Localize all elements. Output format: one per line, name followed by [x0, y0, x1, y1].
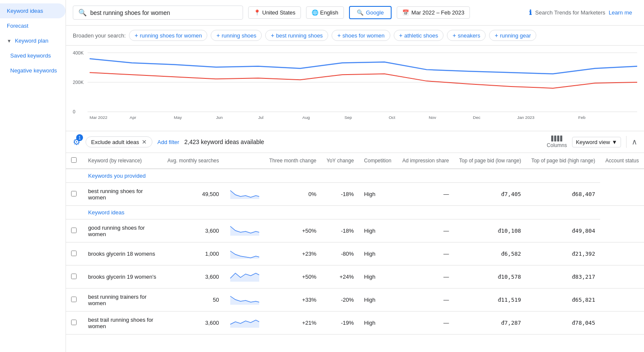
keyword-cell: best running trainers for women	[83, 289, 162, 312]
search-box[interactable]: 🔍	[73, 6, 243, 20]
chip-label: sneakers	[458, 32, 480, 39]
row-checkbox[interactable]	[71, 320, 77, 325]
chip-label: athletic shoes	[404, 32, 438, 39]
broaden-chip-running-shoes-women[interactable]: + running shoes for women	[129, 30, 207, 41]
keyword-cell: good running shoes for women	[83, 219, 162, 242]
top-low-cell: đ11,519	[454, 289, 526, 312]
main-content: 🔍 📍 United States 🌐 English 🔍 Google 📅 M…	[66, 0, 644, 352]
three-month-cell: +50%	[264, 219, 322, 242]
divider	[626, 136, 627, 148]
keyword-view-button[interactable]: Keyword view ▼	[572, 137, 621, 147]
account-status-cell	[600, 183, 644, 206]
top-high-cell: đ49,804	[526, 219, 600, 242]
broaden-chip-shoes-women[interactable]: + shoes for women	[332, 30, 390, 41]
row-checkbox[interactable]	[71, 228, 77, 233]
language-button[interactable]: 🌐 English	[306, 6, 344, 19]
broaden-chip-sneakers[interactable]: + sneakers	[447, 30, 486, 41]
collapse-button[interactable]: ∧	[632, 137, 637, 147]
sparkline-chart	[229, 316, 259, 329]
chart-area: 400K 200K 0 Mar 2022 Apr May Jun Jul	[66, 46, 644, 131]
add-filter-button[interactable]: Add filter	[157, 139, 179, 145]
top-low-cell: đ7,287	[454, 312, 526, 335]
search-trends-banner: ℹ Search Trends for Marketers Learn me	[524, 6, 637, 19]
account-status-cell	[600, 219, 644, 242]
top-low-cell: đ7,405	[454, 183, 526, 206]
account-status-cell	[600, 242, 644, 265]
avg-monthly-cell: 3,600	[162, 312, 224, 335]
sparkline-chart	[229, 187, 259, 200]
sparkline-chart	[229, 270, 259, 283]
row-checkbox[interactable]	[71, 251, 77, 256]
keyword-cell: brooks glycerin 19 women's	[83, 265, 162, 289]
competition-cell: High	[359, 265, 397, 289]
date-range-button[interactable]: 📅 Mar 2022 – Feb 2023	[397, 6, 470, 19]
keyword-view-label: Keyword view	[576, 139, 610, 145]
header-avg-monthly: Avg. monthly searches	[162, 153, 224, 169]
ad-impression-cell: —	[397, 289, 454, 312]
svg-text:Dec: Dec	[473, 115, 481, 120]
header-account-status: Account status	[600, 153, 644, 169]
top-low-cell: đ10,578	[454, 265, 526, 289]
keyword-cell: best running shoes for women	[83, 183, 162, 206]
svg-text:Feb: Feb	[578, 115, 586, 120]
sidebar: Keyword ideas Forecast ▼ Keyword plan Sa…	[0, 0, 66, 352]
learn-more-link[interactable]: Learn me	[609, 9, 632, 16]
svg-text:400K: 400K	[73, 50, 84, 55]
avg-monthly-cell: 50	[162, 289, 224, 312]
sidebar-item-saved-keywords[interactable]: Saved keywords	[0, 48, 66, 63]
broaden-chip-best-running-shoes[interactable]: + best running shoes	[265, 30, 328, 41]
account-status-cell	[600, 312, 644, 335]
svg-marker-19	[230, 226, 259, 236]
table-row: good running shoes for women 3,600 +50% …	[66, 219, 644, 242]
avg-monthly-cell: 3,600	[162, 219, 224, 242]
row-checkbox[interactable]	[71, 191, 77, 196]
row-checkbox[interactable]	[71, 274, 77, 279]
chip-label: running shoes for women	[140, 32, 202, 39]
svg-text:Oct: Oct	[389, 115, 395, 120]
yoy-cell: -20%	[321, 289, 359, 312]
svg-text:May: May	[174, 115, 182, 120]
select-all-checkbox[interactable]	[71, 157, 77, 163]
header-top-page-low: Top of page bid (low range)	[454, 153, 526, 169]
chip-label: running gear	[500, 32, 531, 39]
broaden-chip-athletic-shoes[interactable]: + athletic shoes	[394, 30, 444, 41]
sidebar-item-keyword-ideas[interactable]: Keyword ideas	[0, 3, 66, 18]
svg-text:Mar 2022: Mar 2022	[90, 115, 108, 120]
ad-impression-cell: —	[397, 265, 454, 289]
top-high-cell: đ65,821	[526, 289, 600, 312]
avg-monthly-cell: 49,500	[162, 183, 224, 206]
exclude-adult-chip[interactable]: Exclude adult ideas ✕	[86, 136, 152, 147]
remove-filter-icon[interactable]: ✕	[142, 138, 147, 145]
broaden-chip-running-shoes[interactable]: + running shoes	[211, 30, 262, 41]
columns-label: Columns	[547, 142, 567, 148]
competition-cell: High	[359, 183, 397, 206]
row-checkbox-cell	[66, 183, 83, 206]
search-input[interactable]	[90, 9, 238, 16]
location-icon: 📍	[254, 9, 260, 16]
row-checkbox[interactable]	[71, 297, 77, 302]
location-button[interactable]: 📍 United States	[248, 6, 301, 19]
three-month-cell: 0%	[264, 183, 322, 206]
top-low-cell: đ6,582	[454, 242, 526, 265]
sidebar-item-label: Negative keywords	[10, 67, 57, 74]
chip-label: running shoes	[222, 32, 257, 39]
svg-text:Jul: Jul	[258, 115, 263, 120]
sparkline-cell	[224, 219, 264, 242]
engine-button[interactable]: 🔍 Google	[349, 6, 392, 19]
svg-text:0: 0	[73, 109, 75, 114]
ad-impression-cell: —	[397, 219, 454, 242]
three-month-cell: +50%	[264, 265, 322, 289]
chip-label: shoes for women	[343, 32, 385, 39]
sidebar-item-forecast[interactable]: Forecast	[0, 18, 66, 33]
three-month-cell: +23%	[264, 242, 322, 265]
table-row: best running shoes for women 49,500 0% -…	[66, 183, 644, 206]
broaden-chip-running-gear[interactable]: + running gear	[489, 30, 536, 41]
keyword-cell: brooks glycerin 18 womens	[83, 242, 162, 265]
columns-button[interactable]: Columns	[547, 136, 567, 148]
competition-cell: High	[359, 312, 397, 335]
location-label: United States	[262, 9, 295, 16]
sidebar-item-negative-keywords[interactable]: Negative keywords	[0, 63, 66, 78]
columns-icon	[551, 136, 562, 141]
sidebar-item-keyword-plan[interactable]: ▼ Keyword plan	[0, 33, 66, 48]
filter-bar: ⚙ 1 Exclude adult ideas ✕ Add filter 2,4…	[66, 131, 644, 153]
